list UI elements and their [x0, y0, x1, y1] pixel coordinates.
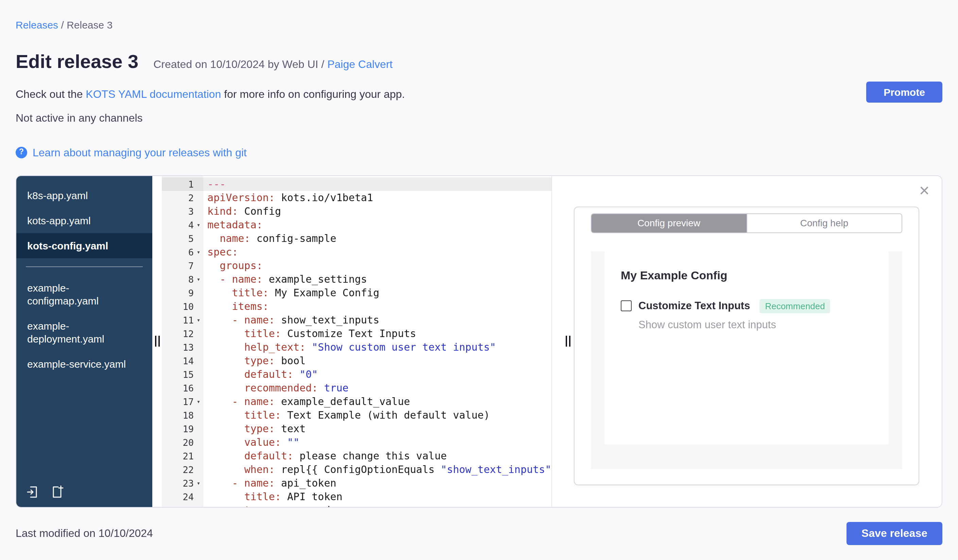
line-number: 18 [166, 410, 194, 421]
sidebar-file-kots-app-yaml[interactable]: kots-app.yaml [16, 208, 152, 233]
tab-config-help[interactable]: Config help [746, 214, 902, 233]
line-number: 16 [166, 383, 194, 394]
line-number: 15 [166, 369, 194, 380]
gutter-line-15: 15 [162, 368, 203, 381]
page-title: Edit release 3 [16, 51, 138, 73]
file-list: k8s-app.yamlkots-app.yamlkots-config.yam… [16, 183, 152, 376]
breadcrumb-releases-link[interactable]: Releases [16, 19, 58, 30]
config-item-label: Customize Text Inputs [638, 300, 750, 312]
line-number: 1 [166, 179, 194, 190]
gutter-line-7: 7 [162, 259, 203, 272]
sidebar-resize-handle[interactable] [155, 336, 159, 347]
code-line-17[interactable]: - name: example_default_value [203, 395, 551, 408]
code-line-24[interactable]: title: API token [203, 490, 551, 504]
code-line-11[interactable]: - name: show_text_inputs [203, 313, 551, 327]
promote-button[interactable]: Promote [866, 82, 942, 103]
code-line-21[interactable]: default: please change this value [203, 449, 551, 463]
code-line-6[interactable]: spec: [203, 245, 551, 259]
gutter-line-13: 13 [162, 340, 203, 354]
gutter-line-23: 23▾ [162, 476, 203, 490]
code-line-12[interactable]: title: Customize Text Inputs [203, 327, 551, 340]
code-line-20[interactable]: value: "" [203, 436, 551, 449]
gutter-line-5: 5 [162, 232, 203, 245]
sidebar-file-example-service-yaml[interactable]: example-service.yaml [16, 351, 152, 376]
code-line-10[interactable]: items: [203, 300, 551, 313]
code-line-7[interactable]: groups: [203, 259, 551, 272]
created-text: Created on 10/10/2024 by Web UI / [153, 59, 327, 70]
gutter-line-17: 17▾ [162, 395, 203, 408]
gutter-line-8: 8▾ [162, 272, 203, 286]
code-line-16[interactable]: recommended: true [203, 381, 551, 395]
line-number: 11 [166, 315, 194, 326]
git-docs-link[interactable]: Learn about managing your releases with … [33, 146, 247, 159]
config-card: My Example Config Customize Text Inputs … [604, 252, 889, 445]
line-number: 9 [166, 288, 194, 298]
save-release-button[interactable]: Save release [847, 522, 942, 545]
code-line-3[interactable]: kind: Config [203, 204, 551, 218]
fold-arrow-icon[interactable]: ▾ [194, 395, 203, 408]
breadcrumb-current: Release 3 [67, 19, 113, 30]
code-line-25[interactable]: type: password [203, 504, 551, 507]
author-link[interactable]: Paige Calvert [327, 59, 393, 70]
gutter-line-21: 21 [162, 449, 203, 463]
docs-suffix: for more info on configuring your app. [221, 89, 405, 100]
line-number: 20 [166, 437, 194, 448]
code-line-18[interactable]: title: Text Example (with default value) [203, 408, 551, 422]
code-line-13[interactable]: help_text: "Show custom user text inputs… [203, 340, 551, 354]
channel-status: Not active in any channels [16, 112, 942, 125]
editor-resize-handle[interactable] [566, 336, 571, 347]
code-line-1[interactable]: --- [203, 177, 551, 191]
fold-arrow-icon[interactable]: ▾ [194, 476, 203, 490]
fold-arrow-icon[interactable]: ▾ [194, 218, 203, 232]
customize-text-inputs-checkbox[interactable] [621, 301, 632, 312]
line-number: 14 [166, 356, 194, 366]
line-number: 2 [166, 192, 194, 203]
editor-code[interactable]: ---apiVersion: kots.io/v1beta1kind: Conf… [203, 176, 551, 507]
sidebar-file-example-deployment-yaml[interactable]: example-deployment.yaml [16, 313, 152, 351]
code-line-9[interactable]: title: My Example Config [203, 286, 551, 300]
page-container: Releases / Release 3 Edit release 3 Crea… [0, 0, 958, 560]
code-line-2[interactable]: apiVersion: kots.io/v1beta1 [203, 191, 551, 204]
code-line-5[interactable]: name: config-sample [203, 232, 551, 245]
release-editor-workspace: k8s-app.yamlkots-app.yamlkots-config.yam… [16, 176, 942, 508]
gutter-line-12: 12 [162, 327, 203, 340]
gutter-line-10: 10 [162, 300, 203, 313]
code-line-14[interactable]: type: bool [203, 354, 551, 368]
title-row: Edit release 3 Created on 10/10/2024 by … [16, 51, 942, 73]
yaml-editor[interactable]: 1234▾56▾78▾91011▾121314151617▾1819202122… [162, 176, 552, 507]
question-mark-icon: ? [16, 146, 27, 158]
code-line-15[interactable]: default: "0" [203, 368, 551, 381]
tab-config-preview[interactable]: Config preview [592, 214, 746, 233]
code-line-22[interactable]: when: repl{{ ConfigOptionEquals "show_te… [203, 463, 551, 476]
gutter-line-9: 9 [162, 286, 203, 300]
fold-arrow-icon[interactable]: ▾ [194, 313, 203, 327]
git-link-row: ? Learn about managing your releases wit… [16, 146, 942, 159]
gutter-line-25: 25 [162, 504, 203, 507]
new-file-icon[interactable] [50, 485, 64, 499]
code-line-8[interactable]: - name: example_settings [203, 272, 551, 286]
kots-docs-link[interactable]: KOTS YAML documentation [86, 89, 221, 100]
fold-arrow-icon[interactable]: ▾ [194, 272, 203, 286]
sidebar-resize-gap [152, 176, 162, 507]
sidebar-file-kots-config-yaml[interactable]: kots-config.yaml [16, 233, 152, 258]
sidebar-file-k8s-app-yaml[interactable]: k8s-app.yaml [16, 183, 152, 208]
close-preview-icon[interactable]: × [919, 182, 929, 199]
line-number: 7 [166, 260, 194, 271]
line-number: 21 [166, 451, 194, 462]
fold-arrow-icon[interactable]: ▾ [194, 245, 203, 259]
code-line-19[interactable]: type: text [203, 422, 551, 436]
line-number: 24 [166, 491, 194, 502]
config-item-row: Customize Text Inputs Recommended [621, 299, 872, 313]
line-number: 8 [166, 274, 194, 285]
resize-bar [158, 336, 159, 347]
breadcrumb: Releases / Release 3 [16, 0, 942, 30]
gutter-line-20: 20 [162, 436, 203, 449]
code-line-23[interactable]: - name: api_token [203, 476, 551, 490]
resize-bar [155, 336, 156, 347]
last-modified-text: Last modified on 10/10/2024 [16, 527, 153, 539]
sidebar-file-example-configmap-yaml[interactable]: example-configmap.yaml [16, 275, 152, 313]
created-info: Created on 10/10/2024 by Web UI / Paige … [153, 59, 393, 71]
import-file-icon[interactable] [26, 485, 40, 499]
code-line-4[interactable]: metadata: [203, 218, 551, 232]
resize-bar [566, 336, 567, 347]
